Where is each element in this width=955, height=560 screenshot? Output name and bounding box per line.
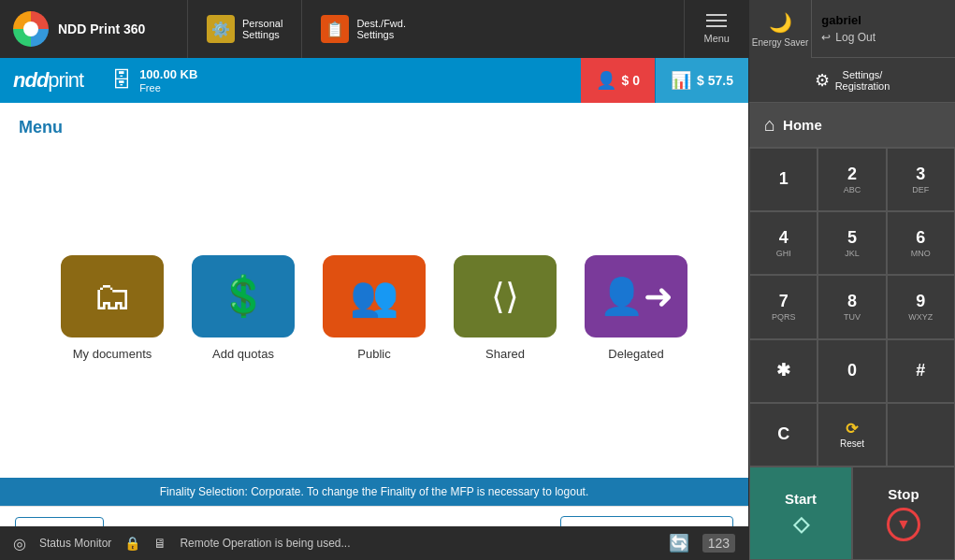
status-monitor-label: Status Monitor	[39, 537, 111, 550]
num-reset[interactable]: ⟳ Reset	[818, 403, 886, 467]
num-2[interactable]: 2ABC	[818, 148, 886, 211]
num-star[interactable]: ✱	[749, 339, 818, 403]
gear-icon: ⚙	[815, 70, 830, 91]
addquotas-icon: 💲	[219, 273, 268, 319]
balance1-value: $ 0	[622, 73, 640, 88]
ndd-logo: nddprint	[0, 68, 96, 93]
storage-label: Free	[139, 82, 197, 93]
storage-info: 🗄 100.00 KB Free	[96, 67, 212, 94]
shared-item[interactable]: ⟨⟩ Shared	[454, 255, 557, 361]
mydocs-icon: 🗂	[93, 274, 132, 319]
energy-saver-label: Energy Saver	[752, 37, 809, 48]
logout-icon: ↩	[821, 31, 831, 44]
home-btn[interactable]: ⌂ Home	[749, 103, 955, 148]
app-title: NDD Print 360	[58, 22, 145, 36]
settings-registration-btn[interactable]: ⚙ Settings/ Registration	[749, 58, 955, 103]
public-item[interactable]: 👥 Public	[323, 255, 426, 361]
balance2-value: $ 57.5	[697, 73, 733, 88]
reset-icon: ⟳	[846, 420, 858, 438]
addquotas-item[interactable]: 💲 Add quotas	[192, 255, 295, 361]
settings-reg-label: Settings/ Registration	[835, 69, 890, 92]
num-empty	[887, 403, 955, 467]
monitor-icon2: 🖥	[153, 536, 166, 551]
home-label: Home	[783, 117, 822, 133]
status-bar: ◎ Status Monitor 🔒 🖥 Remote Operation is…	[0, 526, 748, 560]
mydocs-item[interactable]: 🗂 My documents	[61, 255, 164, 361]
shared-icon: ⟨⟩	[491, 276, 519, 317]
shared-icon-box: ⟨⟩	[454, 255, 557, 337]
storage-size: 100.00 KB	[139, 67, 197, 83]
num-0[interactable]: 0	[818, 339, 886, 403]
addquotas-icon-box: 💲	[192, 255, 295, 337]
shared-label: Shared	[485, 347, 525, 361]
public-icon-box: 👥	[323, 255, 426, 337]
menu-btn[interactable]: Menu	[684, 0, 748, 58]
info-bar: Finality Selection: Corporate. To change…	[0, 478, 748, 506]
numpad: 1 2ABC 3DEF 4GHI 5JKL 6MNO 7PQRS 8TUV 9W…	[749, 148, 955, 467]
num-9[interactable]: 9WXYZ	[887, 275, 955, 338]
moon-icon: 🌙	[769, 11, 792, 34]
chart-icon: 📊	[671, 70, 691, 91]
logout-label: Log Out	[835, 31, 875, 44]
storage-icon: 🗄	[111, 68, 132, 93]
user-info-panel: gabriel ↩ Log Out	[812, 0, 955, 58]
public-label: Public	[357, 347, 390, 361]
lock-icon: 🔒	[124, 536, 140, 551]
public-icon: 👥	[350, 273, 398, 319]
num-6[interactable]: 6MNO	[887, 211, 955, 275]
num-5[interactable]: 5JKL	[818, 211, 886, 275]
main-content: Menu 🗂 My documents 💲 Add quotas 👥 Publi…	[0, 103, 748, 560]
dest-fwd-btn[interactable]: 📋 Dest./Fwd. Settings	[301, 0, 425, 58]
home-icon: ⌂	[764, 114, 775, 136]
delegated-icon-box: 👤➜	[585, 255, 687, 337]
delegated-item[interactable]: 👤➜ Delegated	[585, 255, 687, 361]
right-top-area: 🌙 Energy Saver gabriel ↩ Log Out	[749, 0, 955, 58]
remote-icon: 🔄	[669, 533, 689, 553]
info-bar-text: Finality Selection: Corporate. To change…	[160, 485, 588, 498]
right-panel: 🌙 Energy Saver gabriel ↩ Log Out ⚙ Setti…	[749, 0, 955, 560]
user-icon: 👤	[596, 70, 616, 91]
stop-btn[interactable]: Stop	[852, 467, 955, 560]
energy-saver-btn[interactable]: 🌙 Energy Saver	[749, 0, 812, 58]
stop-label: Stop	[888, 486, 919, 502]
menu-label: Menu	[703, 33, 730, 44]
num-clear[interactable]: C	[749, 403, 818, 467]
menu-heading: Menu	[0, 103, 748, 137]
num-4[interactable]: 4GHI	[749, 211, 818, 275]
menu-bar1	[706, 14, 727, 16]
start-label: Start	[785, 491, 817, 507]
dest-fwd-icon: 📋	[321, 15, 349, 43]
personal-settings-btn[interactable]: ⚙️ Personal Settings	[187, 0, 301, 58]
num-8[interactable]: 8TUV	[818, 275, 886, 338]
balance2-btn[interactable]: 📊 $ 57.5	[655, 58, 748, 103]
delegated-icon: 👤➜	[600, 276, 673, 317]
reset-label: Reset	[840, 438, 864, 449]
app-icons-grid: 🗂 My documents 💲 Add quotas 👥 Public ⟨⟩ …	[0, 137, 748, 478]
personal-settings-label: Personal Settings	[242, 18, 282, 40]
num-7[interactable]: 7PQRS	[749, 275, 818, 338]
stop-icon	[887, 508, 920, 541]
num-3[interactable]: 3DEF	[887, 148, 955, 211]
remote-label: Remote Operation is being used...	[180, 537, 350, 550]
mydocs-icon-box: 🗂	[61, 255, 164, 337]
app-logo-area: NDD Print 360	[0, 11, 187, 47]
logout-btn[interactable]: ↩ Log Out	[821, 31, 946, 44]
menu-bar2	[706, 20, 727, 22]
username: gabriel	[821, 13, 946, 27]
status-monitor-icon: ◎	[13, 535, 26, 553]
dest-fwd-label: Dest./Fwd. Settings	[356, 18, 406, 40]
start-btn[interactable]: Start ◇	[749, 467, 852, 560]
addquotas-label: Add quotas	[212, 347, 274, 361]
menu-bar3	[706, 25, 727, 27]
kbd-icon: 123	[702, 534, 735, 553]
mydocs-label: My documents	[73, 347, 152, 361]
action-row: Start ◇ Stop	[749, 467, 955, 560]
num-1[interactable]: 1	[749, 148, 818, 211]
delegated-label: Delegated	[608, 347, 663, 361]
balance1-btn[interactable]: 👤 $ 0	[581, 58, 655, 103]
personal-settings-icon: ⚙️	[207, 15, 235, 43]
num-hash[interactable]: #	[887, 339, 955, 403]
start-icon: ◇	[793, 512, 809, 537]
app-logo-icon	[13, 11, 49, 47]
